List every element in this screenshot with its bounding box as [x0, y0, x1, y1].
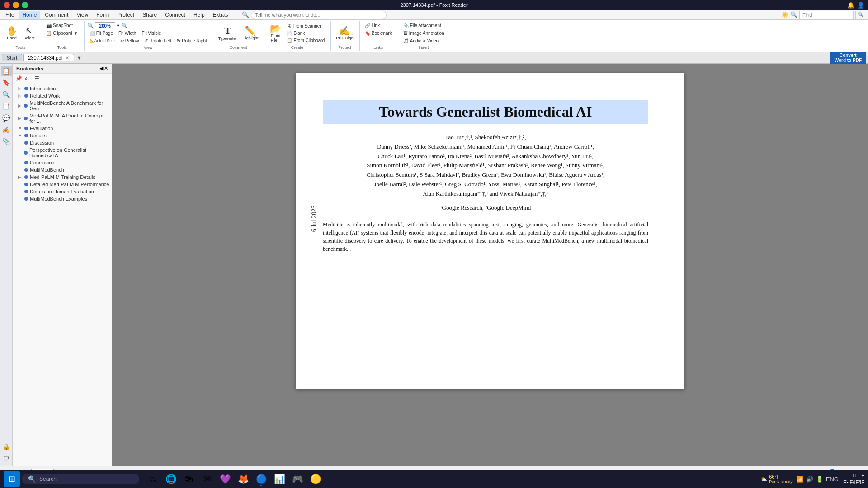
tab-dropdown-icon[interactable]: ▼ — [77, 55, 82, 61]
taskbar-app-app9[interactable]: 🟡 — [307, 471, 324, 487]
sidebar-collapse-icon[interactable]: ◀ — [99, 66, 103, 71]
start-button[interactable]: ⊞ — [4, 471, 20, 487]
menu-extras[interactable]: Extras — [209, 11, 232, 19]
zoom-input[interactable]: 200% — [95, 22, 115, 29]
bookmark-item-multimedbench2[interactable]: MultiMedBench — [13, 166, 112, 174]
taskbar-app-mail[interactable]: ✉ — [199, 471, 215, 487]
window-close-btn[interactable] — [4, 2, 10, 8]
bookmark-item-medpalm[interactable]: ▶ Med-PaLM M: A Proof of Concept for ... — [13, 112, 112, 125]
icon-bar-comments[interactable]: 💬 — [1, 113, 12, 123]
snapshot-button[interactable]: 📷 SnapShot — [44, 22, 75, 29]
tab-start[interactable]: Start — [2, 54, 22, 61]
bookmark-dot-ex — [24, 197, 28, 201]
rotate-right-button[interactable]: ↻ Rotate Right — [175, 37, 209, 44]
tell-me-input[interactable] — [251, 11, 387, 19]
link-button[interactable]: 🔗 Link — [363, 22, 382, 29]
bookmark-item-related-work[interactable]: ▷ Related Work — [13, 92, 112, 99]
clock[interactable]: 11:1F IF•IF/IF/IF — [842, 472, 864, 486]
icon-bar-search[interactable]: 🔍 — [1, 89, 12, 100]
find-input[interactable] — [799, 11, 854, 19]
hand-button[interactable]: ✋ Hand — [4, 25, 20, 42]
bookmark-item-introduction[interactable]: ▷ Introduction — [13, 85, 112, 92]
taskbar-app-edge[interactable]: 🌐 — [163, 471, 179, 487]
icon-bar-lock[interactable]: 🔒 — [1, 441, 12, 452]
fit-page-button[interactable]: ⬜ Fit Page — [87, 30, 115, 37]
bookmark-button[interactable]: 🔖 Bookmark — [363, 30, 394, 37]
clipboard-button[interactable]: 📋 Clipboard▼ — [44, 30, 80, 37]
file-attachment-button[interactable]: 📎 File Attachment — [401, 22, 443, 29]
reflow-button[interactable]: ↩ Reflow — [118, 37, 142, 44]
bookmark-item-evaluation[interactable]: ▼ Evaluation — [13, 125, 112, 132]
taskbar-app-teams[interactable]: 💜 — [217, 471, 233, 487]
notification-icon[interactable]: 🔔 — [847, 2, 854, 9]
blank-button[interactable]: 📄 Blank — [284, 30, 327, 37]
taskbar-app-firefox[interactable]: 🦊 — [235, 471, 251, 487]
pdf-viewer[interactable]: 6 Jul 2023 Towards Generalist Biomedical… — [112, 64, 868, 466]
actual-size-button[interactable]: 📐 Actual Size — [87, 37, 117, 44]
taskbar-app-app7[interactable]: 📊 — [271, 471, 288, 487]
select-button[interactable]: ↖ Select — [21, 25, 37, 42]
tab-close-button[interactable]: ✕ — [66, 56, 69, 61]
icon-bar-signatures[interactable]: ✍ — [1, 124, 12, 135]
fit-visible-button[interactable]: Fit Visible — [139, 30, 163, 37]
from-scanner-button[interactable]: 🖨 From Scanner — [284, 23, 327, 29]
menu-home[interactable]: Home — [19, 11, 40, 19]
bookmark-item-training[interactable]: ▶ Med-PaLM M Training Details — [13, 174, 112, 181]
from-clipboard-button[interactable]: 📋 From Clipboard — [284, 37, 327, 44]
taskbar-app-explorer[interactable]: 🗂 — [145, 471, 161, 487]
menu-connect[interactable]: Connect — [161, 11, 189, 19]
bookmark-item-human-eval[interactable]: Details on Human Evaluation — [13, 188, 112, 195]
weather-widget[interactable]: ⛅ 66°F Partly cloudy — [761, 474, 793, 484]
from-file-button[interactable]: 📂 FromFile — [267, 23, 283, 44]
audio-video-button[interactable]: 🎵 Audio & Video — [401, 38, 441, 44]
bookmark-item-detailed-perf[interactable]: Detailed Med-PaLM M Performance — [13, 181, 112, 188]
pdf-sign-button[interactable]: ✍️ PDF Sign — [334, 25, 356, 42]
icon-bar-layers[interactable]: 📑 — [1, 101, 12, 112]
menu-form[interactable]: Form — [93, 11, 113, 19]
menu-help[interactable]: Help — [190, 11, 208, 19]
taskbar-volume-icon[interactable]: 🔊 — [806, 476, 813, 483]
sidebar-menu-btn[interactable]: ☰ — [33, 75, 41, 83]
bookmark-item-conclusion[interactable]: Conclusion — [13, 159, 112, 166]
window-max-btn[interactable] — [22, 2, 28, 8]
bookmark-item-examples[interactable]: MultiMedBench Examples — [13, 195, 112, 202]
icon-bar-attachments[interactable]: 📎 — [1, 136, 12, 147]
menu-file[interactable]: File — [2, 11, 18, 19]
icon-bar-shield[interactable]: 🛡 — [1, 453, 12, 464]
sidebar-tag-btn[interactable]: 🏷 — [24, 75, 32, 83]
taskbar-search[interactable]: 🔍 Search — [22, 474, 139, 484]
bookmark-item-discussion[interactable]: Discussion — [13, 139, 112, 146]
taskbar-lang: ENG — [826, 476, 839, 483]
taskbar-app-store[interactable]: 🛍 — [181, 471, 197, 487]
menu-comment[interactable]: Comment — [41, 11, 72, 19]
bookmark-item-perspective[interactable]: Perspective on Generalist Biomedical A — [13, 146, 112, 159]
typewriter-button[interactable]: T Typewriter — [216, 24, 240, 42]
menu-protect[interactable]: Protect — [113, 11, 138, 19]
sidebar-expand-icon[interactable]: ✕ — [104, 66, 108, 71]
tab-document[interactable]: 2307.14334.pdf ✕ — [23, 54, 74, 61]
taskbar-battery-icon[interactable]: 🔋 — [816, 476, 823, 483]
icon-bar-page-view[interactable]: 📋 — [1, 66, 12, 76]
highlight-button[interactable]: ✏️ Highlight — [240, 25, 260, 42]
sidebar-add-bookmark-btn[interactable]: 📌 — [14, 75, 23, 83]
taskbar-app-app8[interactable]: 🎮 — [289, 471, 306, 487]
window-min-btn[interactable] — [13, 2, 19, 8]
convert-word-to-pdf-button[interactable]: ConvertWord to PDF — [830, 52, 866, 64]
taskbar-wifi-icon[interactable]: 📶 — [796, 476, 803, 483]
user-icon[interactable]: 👤 — [857, 2, 864, 9]
link-icon: 🔗 — [365, 23, 370, 28]
bookmark-item-results[interactable]: ▼ Results — [13, 132, 112, 139]
taskbar-app-chrome[interactable]: 🔵 — [253, 471, 269, 487]
image-annotation-button[interactable]: 🖼 Image Annotation — [401, 30, 447, 37]
rotate-left-button[interactable]: ↺ Rotate Left — [142, 37, 174, 44]
menu-share[interactable]: Share — [139, 11, 160, 19]
bookmark-item-multimedbench[interactable]: ▶ MultiMedBench: A Benchmark for Gen — [13, 99, 112, 112]
from-clipboard-label: From Clipboard — [293, 38, 325, 43]
fit-width-button[interactable]: Fit Width — [116, 30, 138, 37]
find-button[interactable]: 🔍 — [855, 11, 866, 19]
pdf-authors: Tao Tu*,†,¹, Shekoofeh Azizi*,†,², Danny… — [323, 133, 648, 199]
icon-bar: 📋 🔖 🔍 📑 💬 ✍ 📎 🔒 🛡 — [0, 64, 13, 466]
menu-view[interactable]: View — [73, 11, 92, 19]
zoom-dropdown-icon[interactable]: ▼ — [116, 23, 120, 28]
icon-bar-bookmarks[interactable]: 🔖 — [1, 77, 12, 88]
